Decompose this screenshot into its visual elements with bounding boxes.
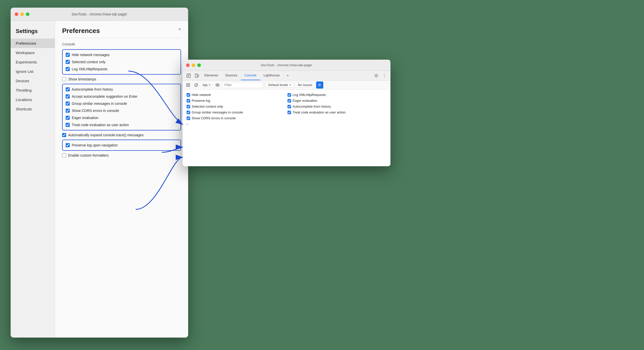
checkbox-expand-trace: Automatically expand console.trace() mes… [62,132,181,138]
svg-point-7 [217,84,218,86]
blue-box-1: Hide network messages Selected context o… [62,49,181,75]
checkbox-eager-eval-input[interactable] [66,116,70,120]
console-eager-eval-input[interactable] [288,99,291,103]
checkbox-expand-trace-label: Automatically expand console.trace() mes… [68,133,144,137]
checkbox-expand-trace-input[interactable] [62,133,66,137]
checkbox-custom-formatters-input[interactable] [62,153,66,157]
top-dropdown[interactable]: top [201,82,213,87]
checkbox-cors-errors-label: Show CORS errors in console [72,109,119,113]
checkbox-custom-formatters: Enable custom formatters [62,153,181,158]
console-treat-code-input[interactable] [288,111,291,114]
checkbox-treat-code-input[interactable] [66,123,70,127]
console-autocomplete-input[interactable] [288,105,291,108]
sidebar-item-locations[interactable]: Locations [11,95,55,104]
checkbox-hide-network-input[interactable] [66,53,70,57]
settings-heading: Settings [11,26,55,39]
sidebar-item-devices[interactable]: Devices [11,76,55,86]
checkbox-hide-network-label: Hide network messages [72,53,110,57]
console-prompt: › [187,121,386,127]
more-options-icon[interactable]: ⋮ [380,72,388,80]
device-toolbar-icon[interactable] [193,72,201,80]
blue-box-2: Autocomplete from history Accept autocom… [62,84,181,130]
console-cors-errors: Show CORS errors in console [187,115,285,121]
console-row-1: Hide network Log XMLHttpRequests [187,92,386,97]
devtools-tabs-bar: Elements Sources Console Lighthouse » ⋮ [183,71,390,80]
sidebar-item-workspace[interactable]: Workspace [11,48,55,57]
checkbox-custom-formatters-label: Enable custom formatters [68,153,109,157]
minimize-traffic-light[interactable] [20,12,24,16]
console-log-xml-input[interactable] [288,93,291,97]
checkbox-selected-context-input[interactable] [66,60,70,64]
console-cors-errors-input[interactable] [187,116,190,120]
tab-more[interactable]: » [283,71,292,80]
checkbox-hide-network: Hide network messages [66,51,177,58]
console-hide-network-input[interactable] [187,93,190,97]
checkbox-cors-errors-input[interactable] [66,109,70,113]
close-button[interactable]: × [178,27,181,31]
svg-point-3 [375,75,377,76]
checkbox-group-similar-input[interactable] [66,102,70,106]
checkbox-eager-eval-label: Eager evaluation [72,116,98,120]
console-eager-eval-label: Eager evaluation [293,99,317,103]
console-group-similar-input[interactable] [187,111,190,114]
checkbox-selected-context-label: Selected context only [72,60,105,64]
toolbar-separator [264,82,264,88]
tab-elements[interactable]: Elements [201,71,222,80]
console-preserve-log-input[interactable] [187,99,190,103]
checkbox-preserve-log-label: Preserve log upon navigation [72,143,118,147]
console-selected-context-label: Selected context only [192,105,223,108]
right-minimize-light[interactable] [192,63,195,67]
right-close-light[interactable] [186,63,190,67]
console-selected-context-input[interactable] [187,105,190,108]
console-log-xml: Log XMLHttpRequests [288,92,386,97]
console-row-4: Group similar messages in console Treat … [187,110,386,115]
checkbox-treat-code: Treat code evaluation as user action [66,121,177,128]
sidebar-item-ignore-list[interactable]: Ignore List [11,67,55,76]
checkbox-log-xml: Log XMLHttpRequests [66,65,177,73]
sidebar-item-throttling[interactable]: Throttling [11,86,55,95]
checkbox-autocomplete-history-input[interactable] [66,87,70,91]
right-maximize-light[interactable] [197,63,201,67]
block-icon[interactable] [193,81,200,89]
settings-gear-icon[interactable] [372,72,380,80]
eye-icon[interactable] [214,81,221,89]
clear-console-icon[interactable] [185,81,192,89]
svg-point-6 [216,84,219,86]
svg-rect-2 [197,75,199,77]
elements-inspector-icon[interactable] [185,72,193,80]
console-content: Hide network Log XMLHttpRequests Preserv… [183,90,390,166]
filter-input[interactable] [222,82,263,88]
console-log-xml-label: Log XMLHttpRequests [293,93,326,97]
blue-box-3: Preserve log upon navigation [62,140,181,151]
content-header: Preferences × [62,27,181,38]
maximize-traffic-light[interactable] [26,12,29,16]
tab-sources[interactable]: Sources [222,71,241,80]
checkbox-log-xml-label: Log XMLHttpRequests [72,67,108,71]
checkbox-treat-code-label: Treat code evaluation as user action [72,123,129,127]
sidebar-item-experiments[interactable]: Experiments [11,57,55,67]
checkbox-accept-autocomplete: Accept autocomplete suggestion on Enter [66,93,177,100]
checkbox-show-timestamps-input[interactable] [62,77,66,81]
console-toolbar: top Default levels No Issues [183,80,390,90]
console-group-similar: Group similar messages in console [187,110,285,115]
traffic-lights [15,12,29,16]
tab-lighthouse[interactable]: Lighthouse [260,71,283,80]
default-levels-button[interactable]: Default levels [266,82,294,88]
settings-active-icon[interactable] [316,81,323,89]
right-titlebar-text: DevTools - chrome://new-tab-page/ [261,63,312,67]
close-traffic-light[interactable] [15,12,18,16]
devtools-window: DevTools - chrome://new-tab-page/ Elemen… [183,60,390,166]
checkbox-accept-autocomplete-input[interactable] [66,94,70,98]
no-issues-button[interactable]: No Issues [295,82,315,88]
checkbox-group-similar-label: Group similar messages in console [72,102,127,106]
no-issues-label: No Issues [298,83,312,87]
prompt-chevron: › [187,122,188,126]
checkbox-show-timestamps: Show timestamps [62,77,181,82]
console-section-label: Console [62,42,181,46]
sidebar-item-preferences[interactable]: Preferences [11,39,55,48]
checkbox-preserve-log-input[interactable] [66,143,70,147]
sidebar-item-shortcuts[interactable]: Shortcuts [11,104,55,114]
checkbox-eager-eval: Eager evaluation [66,114,177,121]
tab-console[interactable]: Console [241,71,260,80]
checkbox-log-xml-input[interactable] [66,67,70,71]
